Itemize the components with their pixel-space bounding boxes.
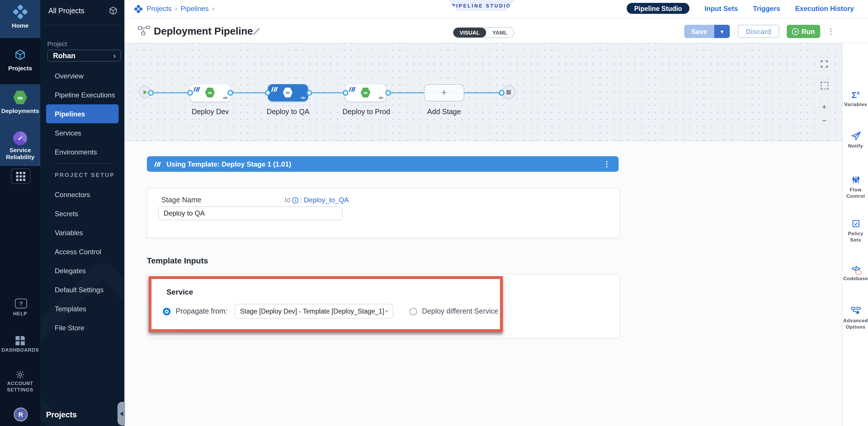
header-divider-1 xyxy=(124,18,868,19)
chevron-down-icon: ▾ xyxy=(385,308,393,314)
notify-paper-plane-icon xyxy=(850,131,861,141)
connector-node[interactable] xyxy=(343,90,348,95)
sidebar-collapse-handle[interactable] xyxy=(118,402,125,425)
connector-node[interactable] xyxy=(187,90,193,95)
zoom-in-button[interactable]: + xyxy=(822,100,827,114)
rail-item-projects[interactable]: Projects xyxy=(0,38,40,81)
id-separator: : xyxy=(300,196,302,204)
toggle-yaml[interactable]: YAML xyxy=(486,28,514,37)
stage-name-input[interactable] xyxy=(158,206,343,220)
banner-text: Using Template: Deploy Stage 1 (1.01) xyxy=(166,160,291,168)
sidebar-item-pipelines[interactable]: Pipelines xyxy=(46,104,119,123)
rail-projects-label: Projects xyxy=(0,64,40,72)
connector-node[interactable] xyxy=(385,90,391,95)
zoom-out-button[interactable]: − xyxy=(822,114,827,127)
project-setup-heading: PROJECT SETUP xyxy=(55,172,115,178)
add-stage-label: Add Stage xyxy=(404,108,485,116)
help-icon[interactable]: ? xyxy=(15,299,27,308)
tool-codebase[interactable]: </> Codebase xyxy=(843,263,868,282)
info-icon[interactable]: i xyxy=(292,197,298,203)
code-icon: </> xyxy=(223,96,227,100)
codebase-icon: </> xyxy=(851,263,860,274)
connector-node[interactable] xyxy=(499,90,504,95)
stage-name-label: Stage Name xyxy=(161,196,201,204)
propagate-radio[interactable] xyxy=(163,308,170,315)
sidebar-item-connectors[interactable]: Connectors xyxy=(40,185,124,204)
run-button[interactable]: Run xyxy=(787,25,820,38)
module-selector-button[interactable] xyxy=(11,168,31,184)
tool-flow-control[interactable]: Flow Control xyxy=(843,175,868,199)
sidebar-item-secrets[interactable]: Secrets xyxy=(40,204,124,223)
save-dropdown-button[interactable]: ▾ xyxy=(714,25,730,38)
toggle-visual[interactable]: VISUAL xyxy=(453,28,486,37)
all-projects-link[interactable]: All Projects xyxy=(49,7,84,15)
breadcrumb-pipelines-link[interactable]: Pipelines xyxy=(181,5,209,13)
propagate-from-select[interactable]: Stage [Deploy Dev] - Template [Deploy_St… xyxy=(234,304,393,319)
connector-node[interactable] xyxy=(148,90,154,95)
sidebar-item-services[interactable]: Services xyxy=(40,123,124,142)
stage-id-value[interactable]: Deploy_to_QA xyxy=(304,196,349,204)
pipeline-canvas[interactable]: ∞ </> ∞ </> ∞ </> + Deploy Dev Deploy to… xyxy=(124,43,842,141)
rail-dashboards-label: DASHBOARDS xyxy=(0,347,40,353)
tool-notify[interactable]: Notify xyxy=(843,131,868,149)
sidebar-item-environments[interactable]: Environments xyxy=(40,142,124,162)
projects-cube-icon xyxy=(14,49,27,63)
marquee-icon xyxy=(820,82,828,89)
fullscreen-button[interactable] xyxy=(817,57,831,71)
tool-advanced-options[interactable]: Advanced Options xyxy=(843,306,868,330)
sidebar-item-access-control[interactable]: Access Control xyxy=(40,242,124,261)
banner-kebab-icon[interactable]: ⋮ xyxy=(603,160,611,168)
tab-triggers[interactable]: Triggers xyxy=(753,4,780,12)
template-bars-icon xyxy=(194,87,201,92)
stage-id-row: Id i : Deploy_to_QA xyxy=(284,196,349,204)
stage-card-deploy-to-prod[interactable]: ∞ </> xyxy=(346,84,386,102)
more-options-kebab-icon[interactable]: ⋮ xyxy=(827,27,835,36)
tab-input-sets[interactable]: Input Sets xyxy=(705,4,738,12)
connector-node[interactable] xyxy=(306,90,312,95)
chevron-right-icon: › xyxy=(114,52,120,60)
pipeline-graph-icon xyxy=(138,25,150,38)
pipeline-studio-page: Home Projects ∞ Deployments ✓ Service Re… xyxy=(0,0,868,426)
tab-pipeline-studio[interactable]: Pipeline Studio xyxy=(627,3,689,14)
add-stage-button[interactable]: + xyxy=(424,84,464,102)
all-projects-cube-icon[interactable] xyxy=(108,6,118,18)
rail-account-settings-label: ACCOUNT SETTINGS xyxy=(0,380,40,393)
template-inputs-heading: Template Inputs xyxy=(147,256,208,265)
rail-home-label: Home xyxy=(0,22,40,29)
breadcrumb-separator: › xyxy=(175,5,177,12)
connector-node[interactable] xyxy=(227,90,233,95)
harness-logo-icon xyxy=(134,4,143,13)
propagate-label: Propagate from: xyxy=(176,307,227,315)
rail-item-service-reliability[interactable]: ✓ Service Reliability xyxy=(0,132,40,164)
sidebar-divider-2 xyxy=(55,163,112,164)
using-template-banner[interactable]: Using Template: Deploy Stage 1 (1.01) ⋮ xyxy=(147,156,619,172)
deployment-stage-icon: ∞ xyxy=(361,87,370,98)
page-header: Projects › Pipelines › PIPELINE STUDIO P… xyxy=(124,0,868,43)
deployment-stage-icon: ∞ xyxy=(205,87,215,98)
avatar[interactable]: R xyxy=(14,407,28,421)
sidebar-item-variables[interactable]: Variables xyxy=(40,223,124,242)
dashboards-icon[interactable] xyxy=(16,336,25,345)
selection-tool-button[interactable] xyxy=(817,78,831,92)
project-selector[interactable]: Rohan › xyxy=(47,50,121,62)
grid-icon xyxy=(16,171,25,181)
edit-pencil-icon[interactable] xyxy=(252,27,260,37)
tool-policy-sets[interactable]: Policy Sets xyxy=(843,219,868,243)
rail-item-deployments[interactable]: ∞ Deployments xyxy=(0,89,40,123)
template-bars-icon xyxy=(350,87,356,92)
sidebar-item-pipeline-executions[interactable]: Pipeline Executions xyxy=(40,85,124,104)
tab-execution-history[interactable]: Execution History xyxy=(795,4,854,12)
different-service-radio[interactable] xyxy=(409,308,417,315)
sidebar-footer-title: Projects xyxy=(46,410,77,419)
rail-item-home[interactable]: Home xyxy=(0,0,40,38)
stage-card-deploy-to-qa[interactable]: ∞ </> xyxy=(268,84,308,102)
discard-button[interactable]: Discard xyxy=(738,25,779,38)
connector-node[interactable] xyxy=(265,90,271,95)
tool-variables[interactable]: Σx Variables xyxy=(843,89,868,108)
save-button[interactable]: Save xyxy=(684,25,714,38)
visual-yaml-toggle: VISUAL YAML xyxy=(453,27,514,38)
zoom-controls: + − xyxy=(817,100,831,127)
stage-card-deploy-dev[interactable]: ∞ </> xyxy=(190,84,230,102)
sidebar-item-overview[interactable]: Overview xyxy=(40,66,124,85)
breadcrumb-projects-link[interactable]: Projects xyxy=(147,5,172,13)
